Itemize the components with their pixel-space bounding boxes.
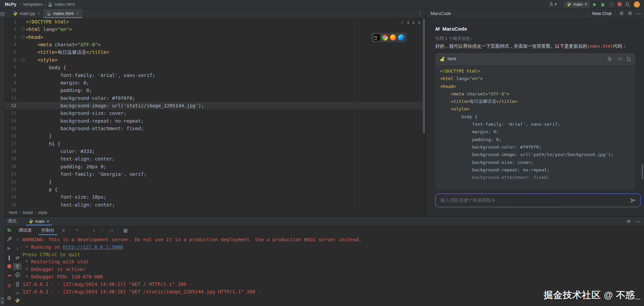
debug-button[interactable] bbox=[600, 2, 605, 7]
gear-icon[interactable]: ⚙ bbox=[627, 219, 631, 224]
tool-window-gear-icon[interactable]: ⚙ bbox=[628, 11, 632, 16]
breadcrumb-separator: › bbox=[35, 210, 36, 215]
reference-link[interactable]: 引用 1 个相关信息 › bbox=[435, 36, 473, 42]
run-configuration-selector[interactable]: main ▾ bbox=[564, 1, 590, 8]
input-placeholder: 输入消息或者"/"来选择指令 bbox=[440, 197, 496, 203]
console-output[interactable]: WARNING: This is a development server. D… bbox=[23, 236, 362, 295]
tool-window-stripe: 结构 bbox=[0, 9, 5, 306]
up-stack-icon[interactable]: ↑ bbox=[13, 236, 22, 242]
stop-button[interactable] bbox=[618, 2, 621, 6]
rabbit-icon bbox=[439, 56, 445, 62]
stop-icon[interactable] bbox=[5, 264, 14, 269]
run-button[interactable]: ▶ bbox=[593, 2, 597, 7]
minimize-icon[interactable]: — bbox=[635, 219, 640, 224]
search-everywhere-icon[interactable] bbox=[625, 2, 630, 7]
structure-tool-label[interactable]: 结构 bbox=[0, 297, 4, 304]
inline-code: index.html bbox=[587, 44, 613, 49]
chat-scrollbar[interactable] bbox=[642, 164, 643, 179]
project-tool-icon[interactable] bbox=[1, 12, 4, 16]
pause-icon[interactable]: ∥ bbox=[5, 255, 14, 260]
debug-session-tab[interactable]: main × bbox=[25, 217, 53, 226]
clear-console-icon[interactable] bbox=[13, 282, 22, 287]
copy-icon[interactable] bbox=[607, 57, 612, 61]
code-content[interactable]: <!DOCTYPE html><html lang="en"><head> <m… bbox=[26, 18, 204, 209]
marscode-settings-icon[interactable]: ⚙ bbox=[619, 11, 624, 16]
scroll-to-end-icon[interactable] bbox=[13, 263, 22, 270]
marscode-logo-icon: M bbox=[435, 26, 440, 32]
python-icon bbox=[567, 2, 571, 6]
code-editor[interactable]: 1234567891011121314151617181920212223242… bbox=[5, 18, 425, 209]
profiler-button[interactable] bbox=[609, 2, 614, 7]
new-file-icon[interactable] bbox=[626, 57, 631, 61]
insert-at-cursor-icon[interactable] bbox=[617, 57, 621, 61]
breadcrumb-style[interactable]: style bbox=[38, 210, 47, 215]
chevron-down-icon: ▾ bbox=[555, 2, 557, 7]
editor-scrollbar[interactable] bbox=[423, 19, 425, 133]
breadcrumb-file[interactable]: index.html bbox=[55, 2, 75, 7]
new-chat-button[interactable]: New Chat bbox=[588, 10, 615, 17]
down-stack-icon[interactable]: ↓ bbox=[13, 245, 22, 251]
watermark: 掘金技术社区 @ 不惑_ bbox=[544, 289, 641, 301]
chat-code-block: html <!DOCTYPE html><html lang="en"><hea… bbox=[435, 53, 635, 189]
breadcrumb-separator: › bbox=[45, 2, 46, 7]
wrench-icon[interactable] bbox=[5, 236, 14, 242]
close-icon[interactable]: × bbox=[47, 219, 49, 224]
close-icon[interactable]: × bbox=[76, 11, 79, 16]
breadcrumb-project[interactable]: McPy bbox=[5, 2, 16, 7]
editor-tab-bar: main.py × index.html × ⋮ bbox=[5, 9, 425, 18]
breadcrumb-folder[interactable]: templates bbox=[23, 2, 42, 7]
column-divider bbox=[14, 235, 14, 306]
debugger-toolbar: ↻ 调试器 控制台 ≡ ↷ ↓ ⇓ ↑ ↦ ▦ bbox=[5, 226, 644, 235]
send-icon[interactable] bbox=[630, 198, 636, 203]
assistant-message: 好的，我可以帮你优化一下页面样式，并添加一张背景图。以下是更新后的index.h… bbox=[435, 43, 635, 49]
force-step-into-icon[interactable]: ⇓ bbox=[92, 228, 96, 233]
console-prompt-icon[interactable]: ≫ bbox=[13, 290, 22, 296]
tab-main-py[interactable]: main.py × bbox=[10, 9, 44, 18]
prev-problem-icon[interactable]: ∧ bbox=[412, 20, 415, 25]
rerun-icon[interactable]: ↻ bbox=[5, 227, 14, 233]
message-text: 好的，我可以帮你优化一下页面样式，并添加一张背景图。以下是更新后的 bbox=[435, 44, 587, 49]
firefox-icon[interactable] bbox=[390, 34, 396, 41]
assistant-header: M MarsCode bbox=[435, 26, 467, 32]
step-into-icon[interactable]: ↓ bbox=[84, 228, 87, 233]
minimize-icon[interactable]: — bbox=[636, 11, 641, 16]
tab-options-kebab-icon[interactable]: ⋮ bbox=[418, 11, 423, 16]
marscode-panel-header: MarsCode New Chat ⚙ ⚙ — bbox=[426, 9, 644, 18]
tab-debugger[interactable]: 调试器 bbox=[14, 226, 36, 235]
tab-index-html[interactable]: index.html × bbox=[44, 9, 82, 18]
code-block-content[interactable]: <!DOCTYPE html><html lang="en"><head> <m… bbox=[435, 65, 635, 189]
step-out-icon[interactable]: ↑ bbox=[102, 228, 104, 233]
inspections-widget[interactable]: ✓ 1 ∧ ∨ bbox=[401, 20, 421, 25]
pycharm-preview-icon[interactable]: PC bbox=[374, 34, 380, 41]
mute-breakpoints-icon[interactable]: ⊘ bbox=[5, 282, 14, 289]
chat-input[interactable]: 输入消息或者"/"来选择指令 bbox=[436, 194, 640, 207]
soft-wrap-icon[interactable]: ⇄ bbox=[13, 255, 22, 260]
settings-gear-icon[interactable]: ⚙ bbox=[5, 295, 14, 301]
edge-icon[interactable] bbox=[398, 34, 404, 41]
layout-menu-icon[interactable]: ≡ bbox=[62, 228, 65, 233]
chrome-icon[interactable] bbox=[382, 34, 388, 41]
run-to-cursor-icon[interactable]: ↦ bbox=[109, 228, 114, 233]
python-icon bbox=[29, 219, 33, 224]
breadcrumb-head[interactable]: head bbox=[23, 210, 33, 215]
python-console-icon[interactable] bbox=[13, 298, 22, 303]
step-over-icon[interactable]: ↷ bbox=[75, 228, 79, 233]
line-number-gutter[interactable]: 1234567891011121314151617181920212223242… bbox=[5, 18, 20, 209]
message-text: 代码： bbox=[613, 44, 627, 49]
ide-update-badge[interactable]: ↑ bbox=[634, 1, 640, 7]
close-icon[interactable]: × bbox=[38, 11, 40, 16]
breadcrumb-html[interactable]: html bbox=[9, 210, 17, 215]
toolbar-divider bbox=[560, 2, 560, 7]
tab-label: index.html bbox=[54, 11, 74, 16]
editor-breadcrumb: html › head › style bbox=[5, 209, 425, 216]
run-config-name: main bbox=[573, 2, 583, 7]
tab-console[interactable]: 控制台 bbox=[36, 226, 59, 235]
debug-tool-window: 调试: main × ⚙ — ↻ 调试器 控制台 ≡ ↷ ↓ ⇓ ↑ ↦ ▦ ▶… bbox=[5, 216, 644, 306]
print-icon[interactable] bbox=[13, 273, 22, 277]
next-problem-icon[interactable]: ∨ bbox=[418, 20, 421, 25]
resume-icon[interactable]: ▶ bbox=[5, 245, 14, 251]
evaluate-expression-icon[interactable]: ▦ bbox=[123, 228, 128, 233]
column-divider bbox=[21, 235, 21, 306]
user-icon[interactable]: ▾ bbox=[549, 2, 557, 7]
view-breakpoints-icon[interactable]: ●● bbox=[5, 273, 14, 277]
